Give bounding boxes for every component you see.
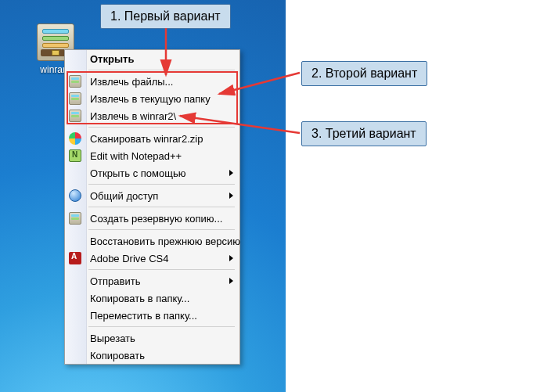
menu-item-label: Открыть с помощью [90,167,185,179]
separator [88,326,235,327]
menu-item-scan[interactable]: Сканировать winrar2.zip [65,130,239,147]
separator [88,269,235,270]
menu-item-label: Копировать в папку... [90,293,189,304]
separator [88,70,235,70]
callout-1: 1. Первый вариант [100,4,231,29]
menu-item-label: Переместить в папку... [90,310,197,322]
menu-item-extract-files[interactable]: Извлечь файлы... [65,73,239,90]
archive-icon [69,110,81,122]
menu-item-label: Сканировать winrar2.zip [90,133,203,145]
menu-item-move-to-folder[interactable]: Переместить в папку... [65,307,239,324]
menu-item-copy[interactable]: Копировать [65,347,239,364]
callout-label: 1. Первый вариант [110,9,221,23]
callout-3: 3. Третий вариант [301,121,427,146]
menu-item-send-to[interactable]: Отправить [65,272,239,290]
menu-item-open[interactable]: Открыть [65,50,239,67]
menu-item-copy-to-folder[interactable]: Копировать в папку... [65,290,239,307]
menu-item-label: Edit with Notepad++ [90,150,182,162]
menu-item-open-with[interactable]: Открыть с помощью [65,164,239,182]
separator [88,127,235,128]
menu-item-extract-to-folder[interactable]: Извлечь в winrar2\ [65,107,239,124]
separator [88,229,235,230]
chevron-right-icon [229,255,233,261]
menu-item-edit-npp[interactable]: Edit with Notepad++ [65,147,239,164]
menu-item-extract-here[interactable]: Извлечь в текущую папку [65,90,239,107]
adobe-icon [69,252,81,264]
menu-item-label: Общий доступ [90,190,158,202]
notepadpp-icon [69,149,81,162]
menu-item-restore-prev[interactable]: Восстановить прежнюю версию [65,232,239,250]
archive-icon [69,92,81,105]
context-menu: Открыть Извлечь файлы... Извлечь в текущ… [64,49,240,365]
chevron-right-icon [229,192,233,199]
callout-2: 2. Второй вариант [301,61,427,86]
separator [88,184,235,185]
menu-item-label: Открыть [90,53,134,65]
menu-item-share[interactable]: Общий доступ [65,187,239,204]
desktop-area: winrar2 Открыть Извлечь файлы... Извлечь… [0,0,286,392]
callout-label: 3. Третий вариант [311,127,416,140]
scan-icon [69,132,81,145]
menu-item-adobe-drive[interactable]: Adobe Drive CS4 [65,250,239,267]
menu-item-label: Отправить [90,275,140,287]
menu-item-cut[interactable]: Вырезать [65,329,239,347]
menu-item-label: Создать резервную копию... [90,213,222,225]
separator [88,207,235,207]
menu-item-label: Adobe Drive CS4 [90,253,168,264]
menu-item-label: Восстановить прежнюю версию [90,236,240,247]
callout-label: 2. Второй вариант [311,67,417,80]
menu-item-create-backup[interactable]: Создать резервную копию... [65,210,239,227]
chevron-right-icon [229,278,233,284]
menu-item-label: Копировать [90,350,145,361]
menu-item-label: Извлечь файлы... [90,76,173,88]
archive-icon [69,212,81,225]
menu-item-label: Извлечь в текущую папку [90,93,211,105]
menu-item-label: Извлечь в winrar2\ [90,110,176,122]
archive-icon [69,75,81,88]
share-icon [69,189,81,202]
chevron-right-icon [229,170,233,176]
stage: winrar2 Открыть Извлечь файлы... Извлечь… [0,0,540,392]
menu-item-label: Вырезать [90,333,135,344]
